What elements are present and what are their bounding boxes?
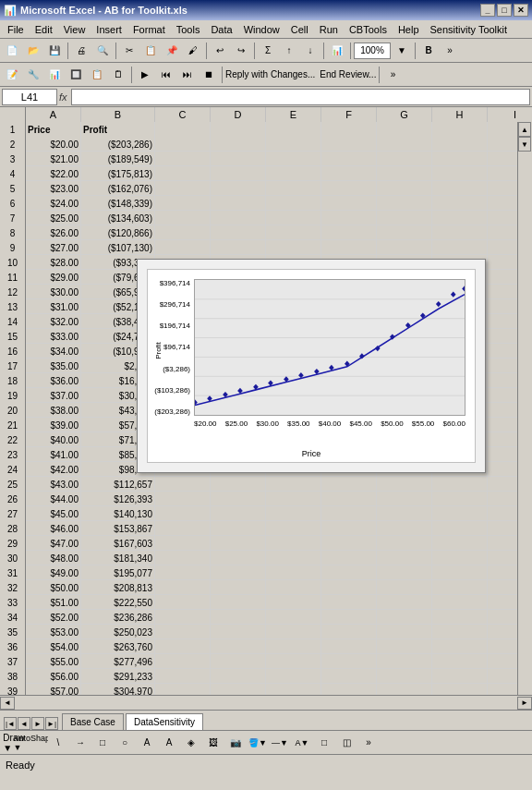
tab-data-sensitivity[interactable]: DataSensitivity	[126, 713, 203, 730]
cell-price[interactable]: $52.00	[26, 610, 81, 625]
cell-price[interactable]: $43.00	[26, 477, 81, 492]
cell-empty[interactable]	[155, 551, 211, 565]
cell-empty[interactable]	[266, 225, 321, 240]
cell-empty[interactable]	[266, 595, 321, 610]
tb2-icon10[interactable]: ⏹	[199, 65, 219, 85]
col-header-c[interactable]: C	[155, 107, 211, 122]
cell-empty[interactable]	[266, 166, 321, 181]
cell-empty[interactable]	[432, 521, 488, 536]
cell-price[interactable]: $55.00	[26, 654, 81, 669]
cell-empty[interactable]	[321, 492, 377, 506]
col-header-f[interactable]: F	[321, 107, 377, 122]
print-button[interactable]: 🖨	[71, 41, 91, 61]
cell-empty[interactable]	[211, 225, 266, 240]
table-row[interactable]: 38$56.00$291,233	[0, 669, 532, 684]
cell-price[interactable]: $51.00	[26, 595, 81, 610]
cell-empty[interactable]	[155, 625, 211, 639]
cell-price[interactable]: $25.00	[26, 211, 81, 225]
table-row[interactable]: 33$51.00$222,550	[0, 595, 532, 610]
table-row[interactable]: 6$24.00($148,339)	[0, 196, 532, 211]
cell-profit[interactable]: $140,130	[81, 506, 155, 521]
bold-button[interactable]: B	[418, 41, 439, 61]
clipart-tool[interactable]: 🖼	[203, 733, 224, 753]
table-row[interactable]: 36$54.00$263,760	[0, 639, 532, 654]
cell-price[interactable]: $20.00	[26, 137, 81, 152]
cell-price[interactable]: $45.00	[26, 506, 81, 521]
cell-empty[interactable]	[432, 669, 488, 684]
cell-profit[interactable]: $181,340	[81, 551, 155, 565]
cell-profit[interactable]: $126,393	[81, 492, 155, 506]
cell-empty[interactable]	[155, 684, 211, 695]
cell-empty[interactable]	[266, 477, 321, 492]
cell-empty[interactable]	[321, 137, 377, 152]
cell-empty[interactable]	[321, 580, 377, 595]
shadow-tool[interactable]: □	[314, 733, 334, 753]
cell-empty[interactable]	[155, 225, 211, 240]
cell-price[interactable]: $29.00	[26, 270, 81, 285]
tb2-icon3[interactable]: 📊	[44, 65, 65, 85]
cell-price[interactable]: $21.00	[26, 152, 81, 166]
cell-profit[interactable]: ($107,130)	[81, 240, 155, 255]
cell-profit[interactable]: ($175,813)	[81, 166, 155, 181]
cell-profit[interactable]: $222,550	[81, 595, 155, 610]
cell-empty[interactable]	[377, 122, 432, 137]
cell-empty[interactable]	[432, 580, 488, 595]
cell-empty[interactable]	[377, 152, 432, 166]
cell-empty[interactable]	[266, 580, 321, 595]
cell-empty[interactable]	[321, 565, 377, 580]
cell-price[interactable]: $50.00	[26, 580, 81, 595]
scroll-left-btn[interactable]: ◄	[0, 697, 15, 710]
cell-empty[interactable]	[321, 240, 377, 255]
table-row[interactable]: 37$55.00$277,496	[0, 654, 532, 669]
sheet-nav-prev[interactable]: ◄	[18, 717, 30, 730]
tb2-icon1[interactable]: 📝	[2, 65, 22, 85]
cell-profit[interactable]: $167,603	[81, 536, 155, 551]
col-header-i[interactable]: I	[488, 107, 532, 122]
col-header-a[interactable]: A	[26, 107, 81, 122]
save-button[interactable]: 💾	[44, 41, 65, 61]
oval-tool[interactable]: ○	[115, 733, 135, 753]
menu-file[interactable]: File	[2, 22, 30, 37]
tb2-icon5[interactable]: 📋	[87, 65, 107, 85]
cell-price[interactable]: Price	[26, 122, 81, 137]
cell-empty[interactable]	[266, 684, 321, 695]
cell-price[interactable]: $56.00	[26, 669, 81, 684]
cell-empty[interactable]	[155, 152, 211, 166]
cell-empty[interactable]	[211, 669, 266, 684]
tb2-icon2[interactable]: 🔧	[23, 65, 43, 85]
cell-price[interactable]: $24.00	[26, 196, 81, 211]
menu-edit[interactable]: Edit	[30, 22, 58, 37]
cell-empty[interactable]	[211, 166, 266, 181]
table-row[interactable]: 7$25.00($134,603)	[0, 211, 532, 225]
cell-profit[interactable]: $277,496	[81, 654, 155, 669]
autoshapes-button[interactable]: AutoShapes ▼	[26, 733, 46, 753]
cell-price[interactable]: $49.00	[26, 565, 81, 580]
cell-empty[interactable]	[266, 654, 321, 669]
cell-empty[interactable]	[432, 225, 488, 240]
more-button[interactable]: »	[440, 41, 460, 61]
cell-empty[interactable]	[432, 506, 488, 521]
cell-empty[interactable]	[266, 506, 321, 521]
cell-empty[interactable]	[155, 211, 211, 225]
cell-empty[interactable]	[321, 595, 377, 610]
cell-empty[interactable]	[377, 506, 432, 521]
tb2-icon4[interactable]: 🔲	[66, 65, 86, 85]
cell-profit[interactable]: $153,867	[81, 521, 155, 536]
zoom-input[interactable]	[354, 43, 391, 59]
cell-empty[interactable]	[321, 536, 377, 551]
vertical-scrollbar[interactable]: ▲ ▼	[517, 122, 532, 695]
cell-empty[interactable]	[432, 639, 488, 654]
cell-profit[interactable]: ($162,076)	[81, 181, 155, 196]
cell-empty[interactable]	[432, 610, 488, 625]
cell-empty[interactable]	[432, 122, 488, 137]
cell-price[interactable]: $37.00	[26, 388, 81, 403]
cell-empty[interactable]	[432, 152, 488, 166]
cell-empty[interactable]	[377, 580, 432, 595]
cell-empty[interactable]	[266, 152, 321, 166]
cell-price[interactable]: $34.00	[26, 344, 81, 359]
cell-empty[interactable]	[211, 240, 266, 255]
cell-empty[interactable]	[377, 211, 432, 225]
paste-button[interactable]: 📌	[162, 41, 182, 61]
cell-empty[interactable]	[211, 152, 266, 166]
table-row[interactable]: 29$47.00$167,603	[0, 536, 532, 551]
